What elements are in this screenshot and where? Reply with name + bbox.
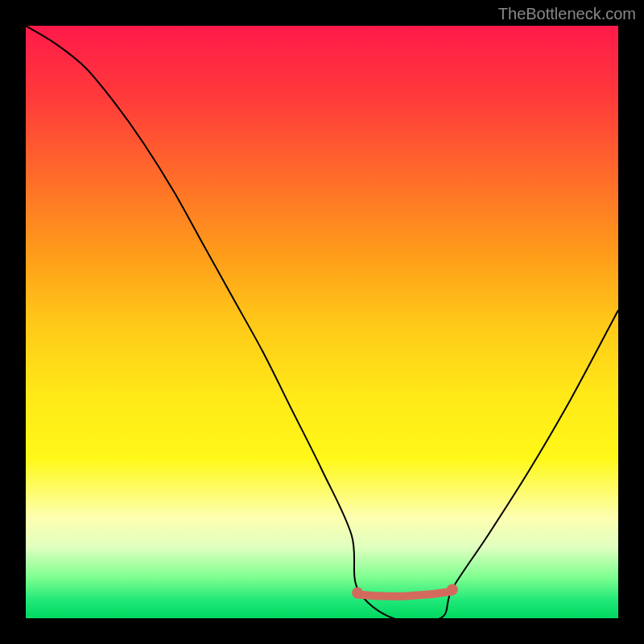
bottleneck-curve-path — [26, 26, 618, 618]
attribution-text: TheBottleneck.com — [498, 5, 636, 23]
highlight-dot-right — [447, 584, 458, 596]
highlight-segment — [357, 592, 452, 597]
chart-plot-area — [26, 26, 618, 618]
highlight-dot-left — [352, 588, 363, 599]
chart-svg — [26, 26, 618, 618]
